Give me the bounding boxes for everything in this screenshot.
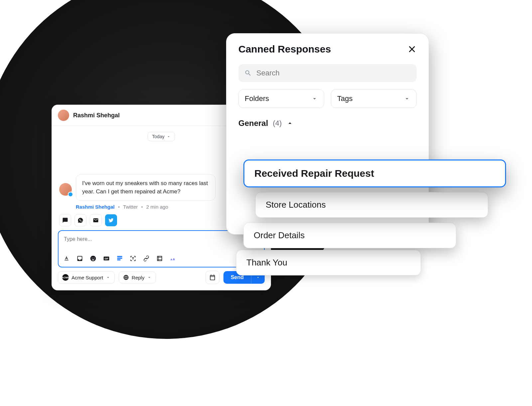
text-scan-icon[interactable] bbox=[130, 255, 136, 262]
canned-item[interactable]: Thank You bbox=[236, 250, 421, 275]
group-count: (4) bbox=[273, 119, 282, 128]
whatsapp-icon bbox=[77, 217, 83, 223]
contact-avatar[interactable] bbox=[58, 110, 69, 121]
canned-group-header[interactable]: General (4) bbox=[238, 119, 417, 128]
canned-response-icon[interactable] bbox=[116, 255, 123, 262]
channel-badge-icon bbox=[68, 192, 73, 197]
canned-title: Canned Responses bbox=[238, 44, 331, 55]
channel-twitter-button[interactable] bbox=[105, 214, 117, 226]
text-format-icon[interactable] bbox=[63, 255, 70, 262]
animation-icon[interactable] bbox=[170, 255, 177, 262]
chevron-down-icon bbox=[106, 275, 110, 280]
video-attach-icon[interactable] bbox=[156, 255, 163, 262]
message-bubble: I've worn out my sneakers with so many r… bbox=[76, 174, 215, 201]
message-composer: GIF bbox=[58, 230, 265, 267]
gif-icon[interactable]: GIF bbox=[103, 255, 110, 262]
chat-icon bbox=[62, 217, 68, 223]
date-label: Today bbox=[152, 134, 164, 139]
search-icon bbox=[244, 69, 252, 77]
canned-search-input[interactable] bbox=[256, 69, 411, 77]
channel-whatsapp-button[interactable] bbox=[74, 214, 86, 226]
calendar-icon bbox=[209, 274, 216, 281]
message-meta: Rashmi Shehgal • Twitter • 2 min ago bbox=[76, 204, 215, 210]
close-button[interactable] bbox=[407, 45, 417, 54]
canned-header: Canned Responses bbox=[238, 44, 417, 55]
tags-label: Tags bbox=[337, 94, 352, 103]
chevron-down-icon bbox=[404, 95, 410, 102]
twitter-icon bbox=[108, 217, 114, 223]
schedule-button[interactable] bbox=[205, 271, 219, 284]
chevron-down-icon bbox=[167, 135, 171, 139]
date-divider[interactable]: Today bbox=[148, 132, 175, 141]
chevron-down-icon bbox=[311, 95, 318, 102]
email-icon bbox=[93, 217, 99, 223]
group-name: General bbox=[238, 119, 268, 128]
collapse-group[interactable] bbox=[286, 120, 294, 127]
canned-item[interactable]: Store Locations bbox=[255, 192, 488, 218]
link-icon[interactable] bbox=[143, 255, 150, 262]
channel-chat-button[interactable] bbox=[59, 214, 71, 226]
tags-filter[interactable]: Tags bbox=[331, 89, 417, 108]
folders-label: Folders bbox=[245, 94, 269, 103]
message-avatar[interactable] bbox=[59, 183, 72, 196]
chevron-up-icon bbox=[286, 120, 294, 127]
caret-down-icon bbox=[256, 275, 260, 279]
composer-toolbar: GIF bbox=[63, 244, 259, 267]
close-icon bbox=[407, 45, 417, 54]
folders-filter[interactable]: Folders bbox=[238, 89, 324, 108]
inbox-icon[interactable] bbox=[76, 255, 83, 262]
emoji-icon[interactable] bbox=[90, 255, 96, 262]
canned-search[interactable] bbox=[238, 64, 417, 82]
canned-item[interactable]: Order Details bbox=[243, 223, 456, 248]
brand-icon: ACME bbox=[62, 274, 69, 281]
reply-mode-select[interactable]: Reply bbox=[119, 271, 156, 283]
from-account-select[interactable]: ACME Acme Support bbox=[58, 271, 115, 284]
svg-text:GIF: GIF bbox=[104, 258, 108, 260]
from-account-label: Acme Support bbox=[71, 275, 103, 280]
globe-icon bbox=[123, 274, 129, 280]
reply-mode-label: Reply bbox=[132, 275, 144, 280]
contact-name[interactable]: Rashmi Shehgal bbox=[73, 112, 236, 119]
chevron-down-icon bbox=[147, 275, 152, 280]
canned-item-selected[interactable]: Received Repair Request bbox=[243, 159, 506, 187]
composer-input[interactable] bbox=[63, 235, 259, 244]
message-time: 2 min ago bbox=[146, 204, 168, 210]
message-author[interactable]: Rashmi Shehgal bbox=[76, 204, 115, 210]
canned-filters: Folders Tags bbox=[238, 89, 417, 108]
message-channel: Twitter bbox=[123, 204, 138, 210]
channel-email-button[interactable] bbox=[90, 214, 102, 226]
